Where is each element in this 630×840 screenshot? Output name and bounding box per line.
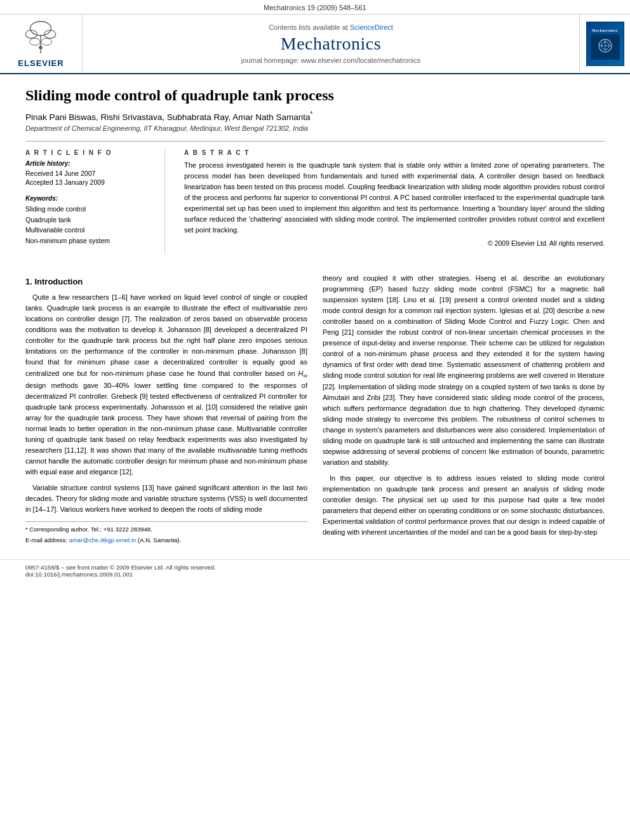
elsevier-logo: ELSEVIER (18, 20, 64, 68)
right-paragraph-1: theory and coupled it with other strateg… (323, 273, 605, 468)
article-affiliation: Department of Chemical Engineering, IIT … (25, 124, 605, 132)
history-label: Article history: (25, 160, 152, 167)
email-label: E-mail address: (25, 537, 67, 543)
email-link[interactable]: amar@che.iitkgp.ernet.in (69, 537, 137, 543)
left-column: 1. Introduction Quite a few researchers … (25, 273, 307, 547)
keywords-block: Keywords: Sliding mode control Quadruple… (25, 195, 152, 246)
received-date: Received 14 June 2007 (25, 169, 152, 178)
journal-title-section: Contents lists available at ScienceDirec… (83, 15, 579, 73)
journal-citation: Mechatronics 19 (2009) 548–561 (0, 0, 630, 15)
sciencedirect-line: Contents lists available at ScienceDirec… (269, 23, 393, 31)
corresponding-marker: * (310, 110, 312, 117)
elsevier-logo-container: ELSEVIER (0, 15, 83, 73)
keyword-2: Quadruple tank (25, 215, 152, 225)
footnote-section: * Corresponding author. Tel.: +91 3222 2… (25, 521, 307, 545)
keyword-1: Sliding mode control (25, 204, 152, 215)
introduction-heading: 1. Introduction (25, 276, 307, 288)
right-column: theory and coupled it with other strateg… (323, 273, 605, 547)
abstract-text: The process investigated herein is the q… (184, 160, 605, 236)
contents-text: Contents lists available at (269, 23, 348, 31)
keyword-4: Non-minimum phase system (25, 236, 152, 246)
keywords-label: Keywords: (25, 195, 152, 202)
article-info-abstract: A R T I C L E I N F O Article history: R… (25, 149, 605, 255)
keyword-3: Multivariable control (25, 225, 152, 236)
page: Mechatronics 19 (2009) 548–561 (0, 0, 630, 840)
abstract-column: A B S T R A C T The process investigated… (184, 149, 605, 255)
two-column-main: 1. Introduction Quite a few researchers … (25, 273, 605, 547)
elsevier-tree-icon (22, 20, 60, 55)
abstract-heading: A B S T R A C T (184, 149, 605, 156)
footnote-email: E-mail address: amar@che.iitkgp.ernet.in… (25, 536, 307, 545)
article-history-block: Article history: Received 14 June 2007 A… (25, 160, 152, 187)
citation-text: Mechatronics 19 (2009) 548–561 (264, 4, 366, 11)
thumbnail-image-icon (591, 34, 620, 60)
doi-line: doi:10.1016/j.mechatronics.2009.01.001 (25, 571, 605, 578)
article-title: Sliding mode control of quadruple tank p… (25, 87, 605, 104)
authors-text: Pinak Pani Biswas, Rishi Srivastava, Sub… (25, 112, 310, 122)
journal-thumbnail: Mechatronics (586, 22, 624, 66)
journal-thumbnail-container: Mechatronics (579, 15, 630, 73)
email-attribution: (A.N. Samanta). (138, 537, 181, 543)
journal-title: Mechatronics (281, 34, 381, 54)
article-authors: Pinak Pani Biswas, Rishi Srivastava, Sub… (25, 110, 605, 122)
copyright-line: © 2009 Elsevier Ltd. All rights reserved… (184, 239, 605, 247)
issn-line: 0957-4158/$ – see front matter © 2009 El… (25, 564, 605, 571)
article-info-heading: A R T I C L E I N F O (25, 149, 152, 156)
article-info-column: A R T I C L E I N F O Article history: R… (25, 149, 165, 255)
divider (25, 141, 605, 142)
right-paragraph-2: In this paper, our objective is to addre… (323, 473, 605, 538)
keywords-list: Sliding mode control Quadruple tank Mult… (25, 204, 152, 246)
journal-header-band: ELSEVIER Contents lists available at Sci… (0, 15, 630, 74)
elsevier-wordmark: ELSEVIER (18, 58, 64, 68)
footnote-corresponding: * Corresponding author. Tel.: +91 3222 2… (25, 525, 307, 535)
intro-paragraph-2: Variable structure control systems [13] … (25, 483, 307, 515)
main-content: 1. Introduction Quite a few researchers … (0, 267, 630, 559)
svg-point-7 (39, 46, 43, 50)
intro-paragraph-1: Quite a few researchers [1–6] have worke… (25, 292, 307, 477)
footer-dois: 0957-4158/$ – see front matter © 2009 El… (0, 559, 630, 583)
accepted-date: Accepted 13 January 2009 (25, 178, 152, 187)
sciencedirect-link[interactable]: ScienceDirect (350, 23, 393, 31)
homepage-text: journal homepage: www.elsevier.com/locat… (241, 57, 420, 64)
article-body: Sliding mode control of quadruple tank p… (0, 74, 630, 267)
journal-homepage: journal homepage: www.elsevier.com/locat… (241, 57, 420, 64)
